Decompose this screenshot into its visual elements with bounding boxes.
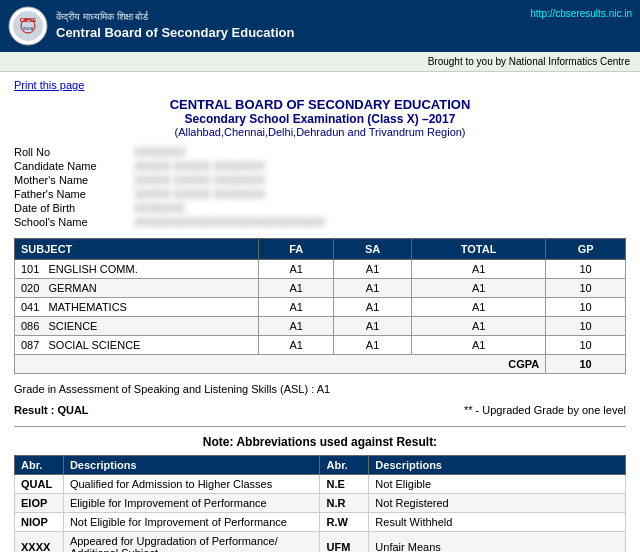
table-row: 101 ENGLISH COMM. A1 A1 A1 10: [15, 260, 626, 279]
abbr-col-abr-left: Abr.: [15, 456, 64, 475]
cgpa-row: CGPA 10: [15, 355, 626, 374]
candidate-label: Candidate Name: [14, 160, 134, 172]
candidate-row: Candidate Name XXXXX XXXXX XXXXXXX: [14, 160, 626, 172]
result-row: Result : QUAL ** - Upgraded Grade by one…: [14, 402, 626, 418]
subject-cell: 020 GERMAN: [15, 279, 259, 298]
abbr-left: EIOP: [15, 494, 64, 513]
abbr-row: EIOP Eligible for Improvement of Perform…: [15, 494, 626, 513]
title-line3: (Allahbad,Chennai,Delhi,Dehradun and Tri…: [14, 126, 626, 138]
result-label: Result : QUAL: [14, 404, 89, 416]
abbr-table: Abr. Descriptions Abr. Descriptions QUAL…: [14, 455, 626, 552]
abbr-right: N.E: [320, 475, 369, 494]
roll-value: XXXXXXX: [134, 146, 185, 158]
english-title: Central Board of Secondary Education: [56, 24, 294, 42]
abbr-row: QUAL Qualified for Admission to Higher C…: [15, 475, 626, 494]
marks-table: SUBJECT FA SA TOTAL GP 101 ENGLISH COMM.…: [14, 238, 626, 374]
print-link[interactable]: Print this page: [14, 79, 84, 91]
col-gp: GP: [546, 239, 626, 260]
roll-row: Roll No XXXXXXX: [14, 146, 626, 158]
dob-label: Date of Birth: [14, 202, 134, 214]
result-note: ** - Upgraded Grade by one level: [464, 404, 626, 416]
sa-cell: A1: [334, 298, 412, 317]
abbr-left: QUAL: [15, 475, 64, 494]
total-cell: A1: [412, 336, 546, 355]
hindi-title: केंद्रीय माध्यमिक शिक्षा बोर्ड: [56, 10, 294, 24]
asl-row: Grade in Assessment of Speaking and List…: [14, 380, 626, 398]
total-cell: A1: [412, 298, 546, 317]
main-content: Print this page CENTRAL BOARD OF SECONDA…: [0, 72, 640, 552]
cgpa-value-cell: 10: [546, 355, 626, 374]
father-label: Father's Name: [14, 188, 134, 200]
dob-row: Date of Birth XX/XX/XX: [14, 202, 626, 214]
nic-credit: Brought to you by National Informatics C…: [428, 56, 630, 67]
abbr-col-desc-right: Descriptions: [369, 456, 626, 475]
total-cell: A1: [412, 279, 546, 298]
divider1: [14, 426, 626, 427]
sub-header: Brought to you by National Informatics C…: [0, 52, 640, 72]
gp-cell: 10: [546, 336, 626, 355]
title-line2: Secondary School Examination (Class X) –…: [14, 112, 626, 126]
total-cell: A1: [412, 317, 546, 336]
col-sa: SA: [334, 239, 412, 260]
abbr-row: XXXX Appeared for Upgradation of Perform…: [15, 532, 626, 553]
mother-row: Mother's Name XXXXX XXXXX XXXXXXX: [14, 174, 626, 186]
abbr-left: NIOP: [15, 513, 64, 532]
sa-cell: A1: [334, 260, 412, 279]
page-title: CENTRAL BOARD OF SECONDARY EDUCATION Sec…: [14, 97, 626, 138]
desc-right: Not Registered: [369, 494, 626, 513]
subject-cell: 101 ENGLISH COMM.: [15, 260, 259, 279]
gp-cell: 10: [546, 298, 626, 317]
top-url: http://cbseresults.nic.in: [530, 6, 632, 19]
abbr-title: Note: Abbreviations used against Result:: [14, 435, 626, 449]
candidate-value: XXXXX XXXXX XXXXXXX: [134, 160, 265, 172]
abbr-col-desc-left: Descriptions: [63, 456, 320, 475]
abbr-left: XXXX: [15, 532, 64, 553]
abbr-right: R.W: [320, 513, 369, 532]
gp-cell: 10: [546, 260, 626, 279]
svg-text:INDIA: INDIA: [23, 26, 34, 31]
mother-label: Mother's Name: [14, 174, 134, 186]
col-total: TOTAL: [412, 239, 546, 260]
total-cell: A1: [412, 260, 546, 279]
desc-left: Not Eligible for Improvement of Performa…: [63, 513, 320, 532]
student-info: Roll No XXXXXXX Candidate Name XXXXX XXX…: [14, 146, 626, 228]
father-value: XXXXX XXXXX XXXXXXX: [134, 188, 265, 200]
abbr-right: UFM: [320, 532, 369, 553]
fa-cell: A1: [259, 298, 334, 317]
abbr-col-abr-right: Abr.: [320, 456, 369, 475]
dob-value: XX/XX/XX: [134, 202, 184, 214]
gp-cell: 10: [546, 317, 626, 336]
fa-cell: A1: [259, 336, 334, 355]
sa-cell: A1: [334, 317, 412, 336]
table-row: 020 GERMAN A1 A1 A1 10: [15, 279, 626, 298]
title-line1: CENTRAL BOARD OF SECONDARY EDUCATION: [14, 97, 626, 112]
fa-cell: A1: [259, 317, 334, 336]
roll-label: Roll No: [14, 146, 134, 158]
cbse-logo: CBSE INDIA: [8, 6, 48, 46]
school-label: School's Name: [14, 216, 134, 228]
fa-cell: A1: [259, 260, 334, 279]
subject-cell: 086 SCIENCE: [15, 317, 259, 336]
top-bar: CBSE INDIA केंद्रीय माध्यमिक शिक्षा बोर्…: [0, 0, 640, 52]
gp-cell: 10: [546, 279, 626, 298]
school-value: XXXXXXXXXXXXXXXXXXXXXXXXXX: [134, 216, 325, 228]
abbr-row: NIOP Not Eligible for Improvement of Per…: [15, 513, 626, 532]
sa-cell: A1: [334, 279, 412, 298]
col-fa: FA: [259, 239, 334, 260]
top-bar-title: केंद्रीय माध्यमिक शिक्षा बोर्ड Central B…: [56, 10, 294, 42]
desc-right: Result Withheld: [369, 513, 626, 532]
father-row: Father's Name XXXXX XXXXX XXXXXXX: [14, 188, 626, 200]
abbr-right: N.R: [320, 494, 369, 513]
sa-cell: A1: [334, 336, 412, 355]
desc-right: Not Eligible: [369, 475, 626, 494]
desc-left: Qualified for Admission to Higher Classe…: [63, 475, 320, 494]
table-row: 087 SOCIAL SCIENCE A1 A1 A1 10: [15, 336, 626, 355]
fa-cell: A1: [259, 279, 334, 298]
desc-right: Unfair Means: [369, 532, 626, 553]
cgpa-label-cell: CGPA: [15, 355, 546, 374]
subject-cell: 087 SOCIAL SCIENCE: [15, 336, 259, 355]
mother-value: XXXXX XXXXX XXXXXXX: [134, 174, 265, 186]
table-row: 086 SCIENCE A1 A1 A1 10: [15, 317, 626, 336]
table-row: 041 MATHEMATICS A1 A1 A1 10: [15, 298, 626, 317]
desc-left: Eligible for Improvement of Performance: [63, 494, 320, 513]
